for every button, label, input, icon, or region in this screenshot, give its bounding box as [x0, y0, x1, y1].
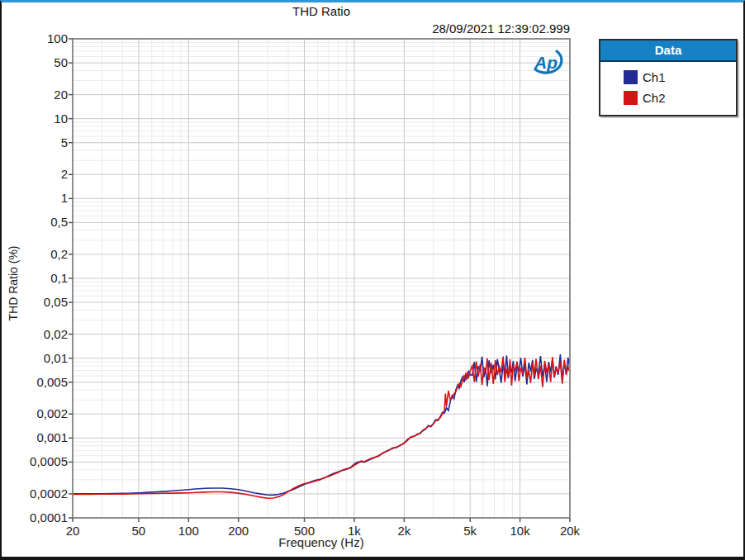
x-tick-label: 50	[114, 524, 164, 538]
y-tick-label: 0,1	[2, 271, 68, 285]
y-tick-label: 0,05	[2, 295, 68, 309]
y-tick-label: 0,01	[2, 351, 68, 365]
legend-items: Ch1 Ch2	[600, 62, 736, 115]
y-tick-label: 50	[2, 55, 68, 69]
y-tick-label: 2	[2, 167, 68, 181]
y-tick-label: 1	[2, 191, 68, 205]
y-tick-label: 0,0005	[2, 454, 68, 468]
x-tick-label: 10k	[496, 524, 545, 538]
y-tick-label: 0,2	[2, 247, 68, 261]
y-tick-label: 10	[2, 112, 68, 126]
legend-item-ch1[interactable]: Ch1	[600, 67, 736, 88]
x-tick-label: 200	[214, 524, 263, 538]
x-tick-label: 1k	[330, 524, 379, 538]
ch2-label: Ch2	[643, 91, 666, 105]
y-tick-label: 100	[2, 31, 68, 45]
y-tick-label: 20	[2, 88, 68, 102]
x-tick-label: 100	[164, 524, 213, 538]
x-tick-label: 20	[48, 524, 97, 538]
ch1-label: Ch1	[643, 70, 666, 84]
chart-window: THD Ratio 28/09/2021 12:39:02.999 THD Ra…	[0, 0, 745, 560]
x-tick-label: 20k	[545, 524, 595, 538]
ap-logo-text: Ap	[534, 53, 558, 72]
y-tick-label: 5	[2, 135, 68, 149]
legend-item-ch2[interactable]: Ch2	[600, 88, 736, 108]
x-tick-label: 2k	[379, 524, 429, 538]
y-tick-label: 0,005	[2, 375, 68, 389]
legend-header: Data	[600, 40, 736, 62]
ap-logo-icon: Ap	[527, 47, 567, 78]
x-tick-label: 500	[280, 524, 330, 538]
legend-box: Data Ch1 Ch2	[599, 39, 738, 116]
ch2-color-swatch	[624, 91, 638, 105]
y-tick-label: 0,0001	[2, 510, 68, 524]
x-tick-label: 5k	[445, 524, 495, 538]
y-tick-label: 0,001	[2, 430, 68, 444]
y-tick-label: 0,5	[2, 215, 68, 229]
y-tick-label: 0,002	[2, 406, 68, 420]
y-tick-label: 0,02	[2, 327, 68, 341]
y-tick-label: 0,0002	[2, 486, 68, 501]
ch1-color-swatch	[624, 70, 638, 84]
